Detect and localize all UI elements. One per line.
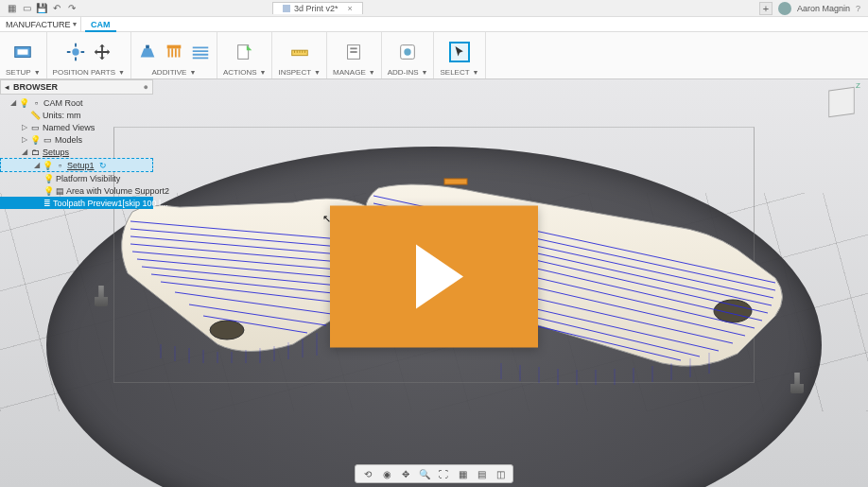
tree-toolpath-preview[interactable]: ≣ Toolpath Preview1[skip 100 l... — [0, 197, 153, 209]
undo-icon[interactable]: ↶ — [51, 3, 62, 14]
play-button-overlay[interactable] — [330, 205, 538, 347]
setup-icon: ▫ — [55, 160, 65, 170]
expand-icon[interactable]: ◢ — [9, 98, 17, 107]
document-icon: ▫ — [31, 97, 42, 108]
workspace-tab-label: CAM — [91, 20, 111, 29]
setup-icon[interactable] — [12, 42, 33, 62]
pin-icon[interactable]: ● — [144, 82, 148, 92]
ribbon-group-addins: ADD-INS▼ — [382, 32, 435, 78]
tree-label: Setup1 — [67, 161, 95, 170]
expand-icon[interactable]: ◢ — [21, 148, 28, 156]
main-area: Z ⟲ ◉ ✥ 🔍 ⛶ ▦ ▤ ◫ ↖ ◂ BROWSER ● ◢ 💡 ▫ — [0, 79, 868, 487]
expand-icon[interactable]: ▷ — [21, 135, 28, 144]
lightbulb-on-icon[interactable]: 💡 — [30, 134, 41, 145]
user-name[interactable]: Aaron Magnin — [797, 4, 850, 13]
viewport-layout-icon[interactable]: ◫ — [494, 467, 507, 480]
help-icon[interactable]: ? — [856, 4, 860, 13]
close-tab-icon[interactable]: × — [348, 4, 353, 13]
print-settings-icon[interactable] — [137, 42, 158, 62]
ribbon-group-inspect: INSPECT▼ — [272, 32, 327, 78]
select-tool-icon[interactable] — [449, 42, 470, 62]
tree-platform-visibility[interactable]: 💡 Platform Visibility — [0, 172, 153, 184]
grid-icon[interactable]: ▤ — [475, 467, 488, 480]
folder-icon: ▭ — [43, 134, 53, 145]
origin-marker — [444, 179, 467, 184]
toolpath-icon: ≣ — [43, 198, 51, 208]
view-cube[interactable]: Z — [825, 85, 859, 119]
app-menu-icon[interactable]: ▦ — [6, 3, 17, 14]
chevron-down-icon[interactable]: ▼ — [34, 69, 41, 76]
avatar[interactable] — [778, 2, 791, 15]
document-title: 3d Print v2* — [294, 4, 339, 13]
tree-setup1[interactable]: ◢ 💡 ▫ Setup1 ↻ — [0, 158, 153, 172]
ribbon-label: ACTIONS — [223, 68, 257, 77]
tree-units[interactable]: 📏 Units: mm — [0, 109, 153, 121]
view-cube-face[interactable] — [828, 87, 854, 117]
redo-icon[interactable]: ↷ — [66, 3, 78, 14]
chevron-down-icon[interactable]: ▼ — [473, 69, 479, 76]
tree-volume-support[interactable]: 💡 ▤ Area with Volume Support2 — [0, 184, 153, 197]
new-tab-button[interactable]: + — [759, 2, 773, 15]
measure-icon[interactable] — [289, 42, 310, 62]
pan-icon[interactable]: ✥ — [399, 467, 412, 480]
fit-icon[interactable]: ⛶ — [437, 467, 450, 480]
chevron-down-icon[interactable]: ▼ — [422, 69, 428, 76]
generate-icon[interactable] — [234, 42, 255, 62]
ribbon-label: SETUP — [6, 68, 31, 77]
look-at-icon[interactable]: ◉ — [380, 467, 393, 480]
browser-title: BROWSER — [13, 82, 58, 92]
play-icon — [416, 244, 463, 308]
display-settings-icon[interactable]: ▦ — [456, 467, 469, 480]
ribbon-group-actions: ACTIONS▼ — [217, 32, 273, 78]
chevron-down-icon[interactable]: ▼ — [189, 69, 196, 76]
tree-models[interactable]: ▷ 💡 ▭ Models — [0, 133, 153, 146]
collapse-icon[interactable]: ◂ — [5, 82, 9, 92]
addins-icon[interactable] — [397, 42, 418, 62]
file-icon[interactable]: ▭ — [21, 3, 32, 14]
support-icon: ▤ — [56, 185, 64, 196]
axis-label-z: Z — [856, 81, 860, 90]
lightbulb-on-icon[interactable]: 💡 — [19, 97, 29, 108]
supports-icon[interactable] — [164, 42, 184, 62]
svg-rect-4 — [167, 45, 182, 49]
lightbulb-on-icon[interactable]: 💡 — [43, 160, 53, 170]
tree-named-views[interactable]: ▷ ▭ Named Views — [0, 121, 153, 133]
quick-access-toolbar: ▦ ▭ 💾 ↶ ↷ — [0, 3, 83, 14]
chevron-down-icon[interactable]: ▼ — [314, 69, 321, 76]
ribbon-label: SELECT — [440, 68, 469, 77]
chevron-down-icon[interactable]: ▼ — [118, 69, 125, 76]
chevron-down-icon[interactable]: ▼ — [369, 69, 375, 76]
ribbon-label: MANAGE — [333, 68, 366, 77]
ribbon-label: ADDITIVE — [152, 68, 187, 77]
alignment-pin — [790, 373, 804, 393]
auto-orient-icon[interactable] — [65, 42, 86, 62]
document-tab[interactable]: 3d Print v2* × — [272, 2, 363, 14]
zoom-icon[interactable]: 🔍 — [418, 467, 431, 480]
chevron-down-icon[interactable]: ▼ — [260, 69, 267, 76]
tree-label: Units: mm — [43, 111, 81, 120]
ribbon-group-setup: SETUP▼ — [0, 32, 47, 78]
expand-icon[interactable]: ◢ — [33, 161, 41, 169]
layers-icon[interactable] — [190, 42, 211, 62]
workspace-dropdown[interactable]: MANUFACTURE ▼ — [0, 17, 81, 31]
lightbulb-on-icon[interactable]: 💡 — [43, 185, 54, 196]
tree-label: Named Views — [43, 123, 95, 132]
ribbon-label: ADD-INS — [388, 68, 419, 77]
svg-rect-1 — [18, 49, 28, 55]
tab-cam[interactable]: CAM — [81, 17, 120, 31]
document-icon — [283, 5, 290, 12]
tree-root[interactable]: ◢ 💡 ▫ CAM Root — [0, 96, 153, 109]
lightbulb-on-icon[interactable]: 💡 — [43, 173, 54, 183]
orbit-icon[interactable]: ⟲ — [361, 467, 374, 480]
move-icon[interactable] — [92, 42, 113, 62]
sync-icon[interactable]: ↻ — [98, 160, 109, 170]
ribbon-group-position-parts: POSITION PARTS▼ — [47, 32, 131, 78]
svg-rect-9 — [351, 51, 357, 53]
browser-header[interactable]: ◂ BROWSER ● — [0, 79, 153, 95]
save-icon[interactable]: 💾 — [36, 3, 47, 14]
folder-icon: 🗀 — [30, 147, 41, 157]
tool-library-icon[interactable] — [343, 42, 364, 62]
tree-setups[interactable]: ◢ 🗀 Setups — [0, 146, 153, 158]
ruler-icon: 📏 — [30, 110, 41, 120]
expand-icon[interactable]: ▷ — [21, 123, 28, 131]
